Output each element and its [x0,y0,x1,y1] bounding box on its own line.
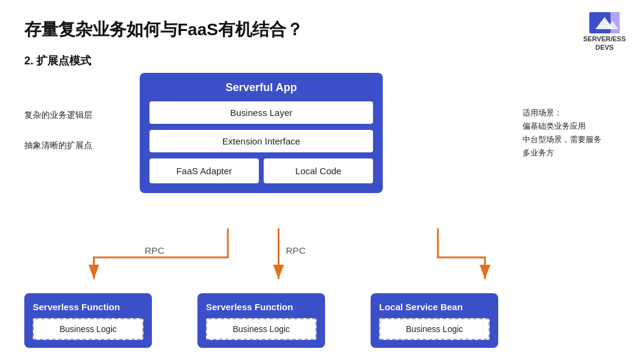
adapter-row: FaaS Adapter Local Code [149,158,373,183]
card3-title: Local Service Bean [379,302,490,312]
card1-title: Serverless Function [33,302,143,312]
right-description: 适用场景： 偏基础类业务应用 中台型场景，需要服务 多业务方 [522,106,620,160]
serverless-function-card-1: Serverless Function Business Logic [24,293,152,348]
svg-text:RPC: RPC [286,245,306,256]
faas-adapter-box: FaaS Adapter [149,158,259,183]
extension-interface-box: Extension Interface [149,130,373,152]
business-layer-box: Business Layer [149,101,373,124]
serverless-devs-logo-icon [589,12,620,33]
card2-title: Serverless Function [206,302,317,312]
page: 存量复杂业务如何与FaaS有机结合？ 2. 扩展点模式 SERVER/ESS D… [0,0,644,360]
card1-inner: Business Logic [33,318,143,340]
right-desc-title: 适用场景： [522,108,562,117]
logo: SERVER/ESS DEVS [583,12,626,52]
right-desc-line2: 中台型场景，需要服务 [522,135,601,144]
serverful-app-box: Serverful App Business Layer Extension I… [140,73,383,193]
label-business: 复杂的业务逻辑层 [24,109,128,121]
left-labels: 复杂的业务逻辑层 抽象清晰的扩展点 [24,109,128,169]
diagram-area: 复杂的业务逻辑层 抽象清晰的扩展点 Serverful App Business… [24,73,620,348]
local-service-bean-card: Local Service Bean Business Logic [371,293,498,348]
serverless-function-card-2: Serverless Function Business Logic [197,293,325,348]
serverful-app-title: Serverful App [149,81,373,94]
svg-text:RPC: RPC [145,245,165,256]
right-desc-line3: 多业务方 [522,148,554,157]
logo-text: SERVER/ESS DEVS [583,35,626,52]
card2-inner: Business Logic [206,318,317,340]
card3-inner: Business Logic [379,318,490,340]
section-title: 2. 扩展点模式 [24,53,620,68]
main-title: 存量复杂业务如何与FaaS有机结合？ [24,18,620,41]
label-extension: 抽象清晰的扩展点 [24,140,128,152]
bottom-cards-row: Serverless Function Business Logic Serve… [24,293,498,348]
local-code-box: Local Code [264,158,373,183]
right-desc-line1: 偏基础类业务应用 [522,121,586,131]
